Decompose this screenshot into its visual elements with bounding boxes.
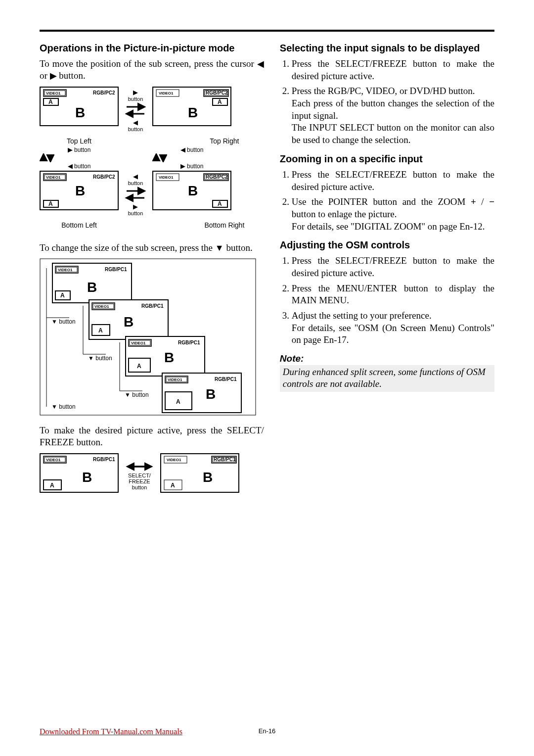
button-label: button [128,180,143,186]
label-video1: VIDEO1 [46,91,61,95]
label-video1: VIDEO1 [94,304,109,309]
label-rgbpc1: RGB/PC1 [141,303,164,309]
left-triangle-icon: ◀ [257,59,264,69]
down-btn-label: ▼ button [51,403,76,410]
sf-arrow-col: SELECT/ FREEZE button [122,461,157,490]
step-line: button to enlage the picture. [292,209,397,219]
screen-top-left: VIDEO1 RGB/PC2 A B [40,87,119,134]
down-btn-label: ▼ button [51,318,76,325]
down-btn-label: ▼ button [88,355,112,362]
select-freeze-row: VIDEO1 RGB/PC1 B A SELECT/ FREEZE button [40,453,264,498]
label-A: A [137,363,141,370]
label-rgbpc2: RGB/PC2 [93,174,115,180]
button-label: button [74,146,90,153]
step: Adjust the setting to your preference. F… [292,310,494,346]
label-B: B [188,183,198,198]
page: Operations in the Picture-in-picture mod… [0,0,534,756]
screen-sf-right: VIDEO1 RGB/PC1 B A [160,453,239,498]
note-title: Note: [280,353,494,364]
label-rgbpc2: RGB/PC2 [93,90,115,95]
label-A: A [48,200,53,207]
select-input-heading: Selecting the input signals to be displa… [280,43,494,54]
label-A: A [218,200,222,207]
label-B: B [87,280,97,295]
label-video1: VIDEO1 [46,175,61,180]
zoom-steps: Press the SELECT/FREEZE button to make t… [280,169,494,233]
resize-intro: To change the size of the sub screen, pr… [40,242,264,254]
button-label: button [128,126,143,132]
down-btn-label: ▼ button [125,391,149,398]
button-label: button [187,163,203,170]
position-captions-bottom: Bottom Left Bottom Right [40,221,264,229]
page-number: En-16 [40,727,494,735]
arrow-col-top: ▶ button ◀ button [122,89,149,132]
label-B: B [82,470,92,485]
resize-diagram: VIDEO1 RGB/PC1 B A ▼ button VIDEO1 RGB/P… [40,258,257,417]
pip-heading: Operations in the Picture-in-picture mod… [40,43,264,54]
vert-left: ▶ button ◀ button [40,146,119,170]
step-line: / [476,196,489,207]
caption-bottom-left: Bottom Left [40,221,119,229]
label-A: A [60,292,65,299]
right-triangle-icon: ▶ [133,203,138,210]
right-triangle-icon: ▶ [180,162,185,170]
step: Use the POINTER button and the ZOOM + / … [292,196,494,233]
step: Press the MENU/ENTER button to display t… [292,283,494,307]
right-triangle-icon: ▶ [50,71,57,81]
osm-steps: Press the SELECT/FREEZE button to make t… [280,255,494,346]
screen-sf-left: VIDEO1 RGB/PC1 B A [40,453,119,498]
label-B: B [206,386,216,402]
vert-right: ◀ button ▶ button [152,146,231,170]
label-video1: VIDEO1 [167,458,181,462]
position-captions-top: Top Left Top Right [40,137,264,145]
pip-intro-b: or [40,70,50,81]
label-video1: VIDEO1 [46,458,61,462]
left-triangle-icon: ◀ [68,162,73,170]
button-label: button [74,163,90,170]
resize-b: button. [224,242,253,253]
left-triangle-icon: ◀ [133,173,138,180]
label-B: B [203,470,213,485]
step-line: The INPUT SELECT button on the monitor c… [292,122,494,145]
label-rgbpc1: RGB/PC1 [93,457,115,462]
up-arrow-icon [152,153,167,162]
label-A: A [48,98,53,105]
label-rgbpc1: RGB/PC1 [214,457,236,462]
label-video1: VIDEO1 [58,268,73,272]
select-freeze-intro: To make the desired picture active, pres… [40,425,264,448]
double-h-arrow-icon [125,461,154,472]
step: Press the SELECT/FREEZE button to make t… [292,169,494,193]
label-rgbpc2: RGB/PC2 [206,90,228,95]
label-B: B [124,314,134,330]
screen-top-right: VIDEO1 RGB/PC2 A B [152,87,231,134]
label-A: A [98,327,103,334]
label-A: A [50,482,54,489]
double-arrow-icon [125,186,146,203]
left-triangle-icon: ◀ [180,146,185,153]
step: Press the SELECT/FREEZE button to make t… [292,58,494,82]
label-video1: VIDEO1 [131,341,146,345]
right-triangle-icon: ▶ [68,146,73,153]
plus-icon: + [471,196,476,207]
note-body: During enhanced split screen, some funct… [280,365,494,392]
label-rgbpc2: RGB/PC2 [206,174,228,180]
step-line: Adjust the setting to your preference. [292,310,432,321]
label-A: A [176,398,180,405]
caption-top-right: Top Right [185,137,264,145]
step-line: For details, see "DIGITAL ZOOM" on page … [292,221,485,232]
step-line: For details, see "OSM (On Screen Menu) C… [292,323,494,345]
label-B: B [75,183,85,198]
pip-intro: To move the position of the sub screen, … [40,58,264,82]
caption-top-left: Top Left [40,137,119,145]
arrow-col-bottom: ◀ button ▶ button [122,173,149,216]
label-B: B [188,105,198,120]
resize-a: To change the size of the sub screen, pr… [40,242,215,253]
label-B: B [75,105,85,120]
select-label: SELECT/ [128,472,151,478]
right-triangle-icon: ▶ [133,89,138,96]
screen-bottom-left: VIDEO1 RGB/PC2 B A [40,171,119,218]
button-label: button [128,210,143,216]
footer: Downloaded From TV-Manual.com Manuals En… [40,727,494,736]
down-triangle-icon: ▼ [215,243,224,253]
double-arrow-icon [125,102,146,119]
